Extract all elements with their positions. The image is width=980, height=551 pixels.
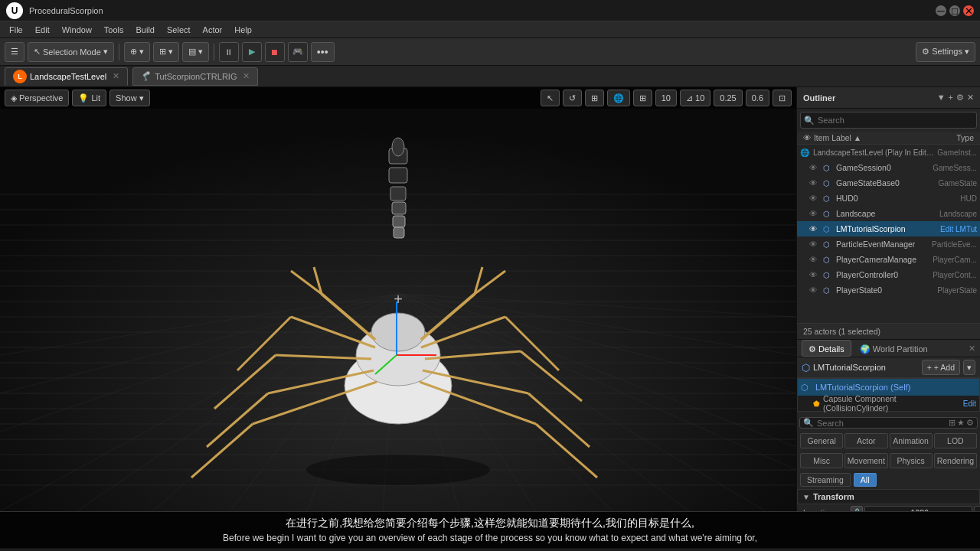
menu-edit[interactable]: Edit	[29, 21, 56, 38]
viewport-toolbar-right: ↖ ↺ ⊞ 🌐 ⊞ 10 ⊿ 10 0.25 0.6 ⊡	[541, 90, 792, 106]
right-panel: Outliner ▼ + ⚙ ✕ 🔍 👁 Item Label ▲ Type	[796, 87, 980, 511]
settings-icon: ⚙	[922, 47, 929, 57]
filter-lod[interactable]: LOD	[934, 433, 977, 448]
window-controls: ─ □ ✕	[936, 5, 974, 16]
add-component-button[interactable]: + + Add	[922, 360, 960, 375]
outliner-search-box[interactable]: 🔍	[800, 112, 977, 129]
actor-icon-8: ⬡	[823, 271, 834, 279]
grid-size[interactable]: 10	[655, 90, 677, 106]
snap-icon: ⊞	[159, 47, 166, 57]
outliner-add-icon[interactable]: +	[949, 93, 953, 103]
perspective-button[interactable]: ◈ Perspective	[5, 90, 69, 106]
details-more-icon[interactable]: ⚙	[966, 418, 974, 428]
ue-logo: U	[6, 2, 23, 19]
tab-details[interactable]: ⚙ Details	[802, 340, 851, 357]
tab-rig[interactable]: 🦿 TutScorpionCTRLRIG ✕	[132, 67, 258, 86]
grid-tool[interactable]: ⊞	[633, 90, 652, 106]
location-lock-icon[interactable]: 🔒	[851, 506, 863, 511]
transform-mode-button[interactable]: ⊕ ▾	[124, 42, 150, 62]
component-self[interactable]: ⬡ LMTutorialScorpion (Self)	[798, 379, 979, 396]
svg-rect-44	[389, 168, 407, 183]
location-y[interactable]	[974, 506, 980, 511]
pause-button[interactable]: ⏸	[219, 42, 239, 62]
outliner-title: Outliner	[803, 93, 835, 103]
close-button[interactable]: ✕	[963, 5, 974, 16]
selection-mode-button[interactable]: ↖ Selection Mode ▾	[28, 42, 114, 62]
outliner-item-landscape-level[interactable]: 🌐 LandscapeTestLevel (Play In Editor) Ga…	[797, 145, 980, 160]
landscape-tab-close[interactable]: ✕	[113, 71, 119, 81]
outliner-item-scorpion[interactable]: 👁 ⬡ LMTutorialScorpion Edit LMTut	[797, 221, 980, 236]
fov-value: 0.25	[720, 93, 736, 103]
filter-streaming[interactable]: Streaming	[800, 473, 851, 487]
show-button[interactable]: Show ▾	[109, 90, 150, 106]
menu-tools[interactable]: Tools	[98, 21, 130, 38]
perspective-icon: ◈	[11, 93, 17, 103]
capsule-edit-icon[interactable]: Edit	[963, 399, 976, 408]
rotate-tool[interactable]: ↺	[563, 90, 582, 106]
tab-world-partition[interactable]: 🌍 World Partition	[853, 340, 935, 357]
filter-general[interactable]: General	[800, 433, 843, 448]
details-search-input[interactable]	[817, 419, 947, 428]
filter-animation[interactable]: Animation	[890, 433, 933, 448]
menu-actor[interactable]: Actor	[197, 21, 229, 38]
add-icon: +	[927, 363, 932, 372]
outliner-close-icon[interactable]: ✕	[967, 93, 974, 103]
stop-button[interactable]: ⏹	[265, 42, 285, 62]
filter-physics[interactable]: Physics	[890, 453, 933, 468]
rig-icon: 🦿	[141, 71, 152, 81]
outliner-item-controller[interactable]: 👁 ⬡ PlayerController0 PlayerCont...	[797, 267, 980, 282]
minimize-button[interactable]: ─	[936, 5, 946, 16]
details-search-box[interactable]: 🔍 ⊞ ★ ⚙	[799, 417, 978, 429]
details-view-icon[interactable]: ⊞	[949, 418, 956, 428]
world-tool[interactable]: 🌐	[607, 90, 630, 106]
outliner-item-playerstate[interactable]: 👁 ⬡ PlayerState0 PlayerState	[797, 282, 980, 298]
outliner-item-particle[interactable]: 👁 ⬡ ParticleEventManager ParticleEve...	[797, 236, 980, 252]
scale-tool[interactable]: ⊞	[585, 90, 604, 106]
menu-help[interactable]: Help	[228, 21, 258, 38]
menu-select[interactable]: Select	[161, 21, 197, 38]
angle-size[interactable]: ⊿ 10	[680, 90, 710, 106]
camera-speed-button[interactable]: ▤ ▾	[182, 42, 209, 62]
play-button[interactable]: ▶	[242, 42, 262, 62]
outliner-item-hud[interactable]: 👁 ⬡ HUD0 HUD	[797, 191, 980, 206]
settings-button[interactable]: ⚙ Settings ▾	[916, 42, 975, 62]
outliner-search-input[interactable]	[818, 116, 973, 125]
details-close-icon[interactable]: ✕	[969, 344, 975, 354]
outliner-item-camera[interactable]: 👁 ⬡ PlayerCameraManage PlayerCam...	[797, 252, 980, 267]
filter-rendering[interactable]: Rendering	[934, 453, 977, 468]
filter-misc[interactable]: Misc	[800, 453, 843, 468]
select-tool[interactable]: ↖	[541, 90, 560, 106]
filter-actor[interactable]: Actor	[844, 433, 887, 448]
component-capsule[interactable]: ⬟ Capsule Component (CollisionCylinder) …	[798, 396, 979, 411]
snapping-button[interactable]: ⊞ ▾	[153, 42, 179, 62]
details-bookmark-icon[interactable]: ★	[957, 418, 965, 428]
menu-build[interactable]: Build	[130, 21, 161, 38]
filter-movement[interactable]: Movement	[844, 453, 887, 468]
maximize-button[interactable]: □	[949, 5, 960, 16]
menu-window[interactable]: Window	[56, 21, 98, 38]
filter-all[interactable]: All	[854, 473, 877, 487]
outliner-filter-icon[interactable]: ▼	[937, 93, 946, 103]
transform-section-header[interactable]: ▼ Transform	[797, 489, 980, 504]
outliner-item-landscape[interactable]: 👁 ⬡ Landscape Landscape	[797, 206, 980, 221]
svg-rect-45	[390, 187, 406, 201]
menu-file[interactable]: File	[3, 21, 29, 38]
fullscreen-button[interactable]: ⊡	[773, 90, 792, 106]
eye-icon-3: 👁	[809, 194, 822, 203]
outliner-item-gamestatebase[interactable]: 👁 ⬡ GameStateBase0 GameState	[797, 175, 980, 191]
rig-tab-close[interactable]: ✕	[243, 71, 250, 81]
location-x[interactable]	[864, 506, 972, 511]
titlebar-title: ProceduralScorpion	[29, 6, 103, 15]
component-options-button[interactable]: ▾	[963, 360, 975, 375]
outliner-item-gamesession[interactable]: 👁 ⬡ GameSession0 GameSess...	[797, 160, 980, 175]
hamburger-menu[interactable]: ☰	[5, 42, 24, 62]
extra-button[interactable]: •••	[311, 42, 335, 62]
tab-landscape[interactable]: L LandscapeTestLevel ✕	[5, 67, 128, 86]
level-icon: 🌐	[800, 148, 811, 157]
actor-icon-1: ⬡	[823, 164, 834, 172]
self-icon: ⬡	[801, 383, 813, 393]
lit-button[interactable]: 💡 Lit	[72, 90, 106, 106]
settings-play-button[interactable]: 🎮	[288, 42, 308, 62]
outliner-settings-icon[interactable]: ⚙	[956, 93, 964, 103]
viewport[interactable]: ◈ Perspective 💡 Lit Show ▾ ↖ ↺ ⊞ 🌐 ⊞ 10	[0, 87, 796, 511]
